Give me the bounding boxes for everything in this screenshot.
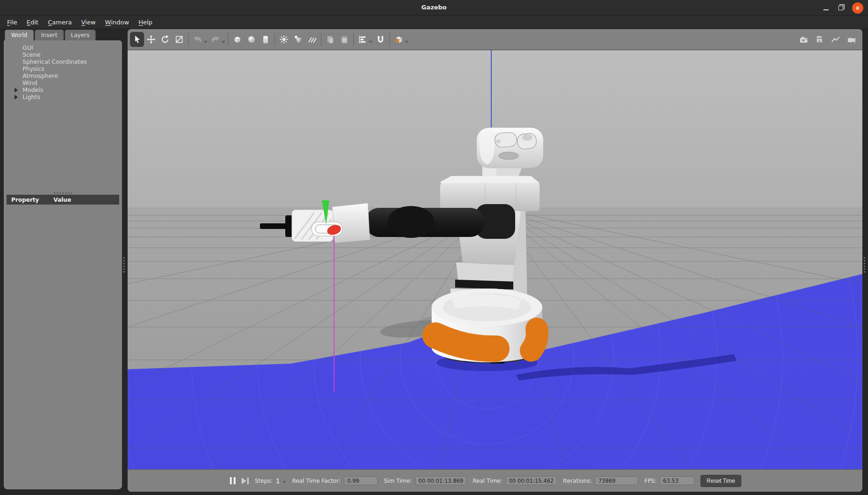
steps-value[interactable]: 1 <box>276 477 280 485</box>
step-button[interactable] <box>242 478 249 484</box>
magnet-icon <box>376 35 385 44</box>
restore-icon <box>838 6 843 10</box>
cursor-icon <box>132 35 142 44</box>
rtf-field: 0.99 <box>344 476 378 485</box>
real-time-field: 00 00:01:15.462 <box>506 476 557 485</box>
camera-icon <box>799 35 809 45</box>
panel-splitter-handle[interactable] <box>4 191 122 194</box>
toolbar-right-group: LOG <box>797 29 859 50</box>
insert-sphere-button[interactable] <box>244 32 259 47</box>
paste-icon <box>340 35 349 44</box>
expand-arrow-icon[interactable] <box>15 95 18 99</box>
svg-text:LOG: LOG <box>817 37 822 39</box>
tree-item-spherical-coordinates[interactable]: Spherical Coordinates <box>4 58 122 65</box>
pause-button[interactable] <box>230 477 236 484</box>
redo-history-caret-icon[interactable] <box>221 41 225 43</box>
view-angle-caret-icon[interactable] <box>405 41 409 43</box>
scale-tool-button[interactable] <box>172 32 186 47</box>
fps-field: 63.53 <box>660 476 694 485</box>
point-light-button[interactable] <box>277 32 291 47</box>
base-orange-ring <box>531 329 537 350</box>
menu-view[interactable]: View <box>76 17 100 28</box>
menu-help[interactable]: Help <box>134 17 157 28</box>
iterations-field: 73869 <box>595 476 638 485</box>
steps-caret-icon[interactable] <box>282 481 286 483</box>
property-column-header: Property <box>7 197 53 203</box>
restore-button[interactable] <box>835 2 846 14</box>
base-orange-ring <box>435 335 496 349</box>
sim-time-field: 00 00:01:13.869 <box>415 476 467 485</box>
video-record-button[interactable] <box>845 32 859 47</box>
tree-item-lights[interactable]: Lights <box>4 93 122 100</box>
scale-icon <box>175 35 184 44</box>
rotate-tool-button[interactable] <box>158 32 172 47</box>
plot-button[interactable] <box>829 32 843 47</box>
close-button[interactable]: ✕ <box>852 2 863 14</box>
tree-item-atmosphere[interactable]: Atmosphere <box>4 72 122 79</box>
tree-item-scene[interactable]: Scene <box>4 51 122 58</box>
video-camera-icon <box>846 35 857 45</box>
view-angle-button[interactable] <box>392 32 406 47</box>
tab-layers[interactable]: Layers <box>65 30 96 41</box>
world-panel: GUI Scene Spherical Coordinates Physics … <box>4 40 122 489</box>
directional-light-icon <box>307 35 317 44</box>
sim-time-label: Sim Time: <box>384 478 412 484</box>
toolbar-separator <box>188 33 189 46</box>
directional-light-button[interactable] <box>305 32 319 47</box>
redo-button[interactable] <box>208 32 222 47</box>
align-icon <box>358 35 367 44</box>
undo-button[interactable] <box>190 32 205 47</box>
playback-status-bar: Steps: 1 Real Time Factor: 0.99 Sim Time… <box>128 469 862 492</box>
iterations-label: Iterations: <box>563 478 592 484</box>
snap-button[interactable] <box>373 32 388 47</box>
align-button[interactable] <box>356 32 370 47</box>
tree-item-models[interactable]: Models <box>4 86 122 93</box>
menu-camera[interactable]: Camera <box>43 17 76 28</box>
menu-window[interactable]: Window <box>100 17 134 28</box>
right-splitter-handle[interactable] <box>864 257 866 273</box>
robot-base <box>432 289 542 364</box>
plot-icon <box>830 35 841 45</box>
spot-light-button[interactable] <box>291 32 305 47</box>
tree-item-physics[interactable]: Physics <box>4 65 122 72</box>
insert-cylinder-button[interactable] <box>259 32 273 47</box>
3d-viewport[interactable] <box>128 50 862 469</box>
copy-button[interactable] <box>323 32 337 47</box>
fps-label: FPS: <box>644 478 656 484</box>
select-tool-button[interactable] <box>130 32 144 47</box>
rotate-icon <box>160 35 170 44</box>
align-caret-icon[interactable] <box>369 41 373 43</box>
point-light-icon <box>279 35 289 44</box>
reset-time-button[interactable]: Reset Time <box>700 475 741 487</box>
redo-icon <box>211 35 220 44</box>
view-cube-icon <box>394 34 404 45</box>
expand-arrow-icon[interactable] <box>15 88 18 92</box>
close-icon: ✕ <box>855 5 860 12</box>
insert-box-button[interactable] <box>230 32 244 47</box>
tab-insert[interactable]: Insert <box>35 30 64 41</box>
log-record-button[interactable]: LOG <box>813 32 827 47</box>
left-splitter-handle[interactable] <box>123 257 125 273</box>
undo-history-caret-icon[interactable] <box>204 41 207 43</box>
viewport-toolbar: LOG <box>128 29 862 50</box>
spot-light-icon <box>293 35 303 44</box>
tree-item-wind[interactable]: Wind <box>4 79 122 86</box>
tree-item-gui[interactable]: GUI <box>4 44 122 51</box>
screenshot-button[interactable] <box>797 32 811 47</box>
paste-button[interactable] <box>337 32 351 47</box>
steps-label: Steps: <box>255 478 273 484</box>
minimize-button[interactable] <box>820 2 831 14</box>
box-icon <box>233 35 242 44</box>
title-bar: Gazebo ✕ <box>0 0 868 15</box>
robot-head <box>477 128 543 168</box>
menu-bar: File Edit Camera View Window Help <box>0 16 868 28</box>
tab-world[interactable]: World <box>5 30 34 41</box>
menu-edit[interactable]: Edit <box>22 17 43 28</box>
translate-tool-button[interactable] <box>144 32 158 47</box>
rtf-label: Real Time Factor: <box>292 478 341 484</box>
world-tree: GUI Scene Spherical Coordinates Physics … <box>4 40 122 100</box>
render-panel: LOG <box>128 29 862 492</box>
window-title: Gazebo <box>0 4 868 11</box>
menu-file[interactable]: File <box>2 17 22 28</box>
toolbar-separator <box>389 33 390 46</box>
